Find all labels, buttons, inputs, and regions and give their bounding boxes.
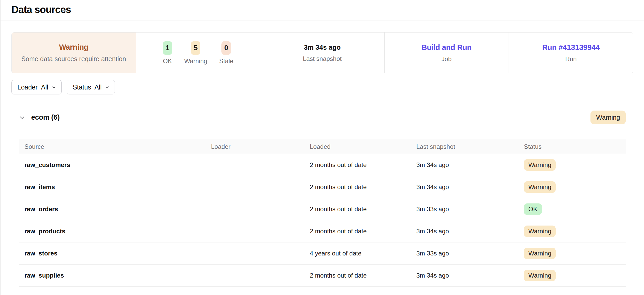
run-card: Run #413139944 Run	[509, 33, 633, 73]
chevron-down-icon	[52, 85, 56, 89]
status-filter-button[interactable]: StatusAll	[67, 80, 115, 94]
table-body: raw_customers2 months out of date3m 34s …	[19, 154, 626, 287]
table-row-raw-stores[interactable]: raw_stores4 years out of date3m 33s agoW…	[19, 242, 626, 265]
status-cell: Warning	[524, 270, 626, 281]
column-header-loaded: Loaded	[310, 143, 416, 150]
status-badge: Warning	[524, 181, 556, 193]
source-cell: raw_supplies	[19, 272, 211, 279]
ok-count-label: OK	[163, 57, 172, 65]
source-cell: raw_stores	[19, 250, 211, 257]
chevron-down-icon	[105, 85, 109, 89]
page-title: Data sources	[11, 4, 644, 15]
summary-card-row: Warning Some data sources require attent…	[11, 32, 633, 73]
status-badge: Warning	[524, 226, 556, 237]
last-snapshot-cell: 3m 33s ago	[416, 206, 524, 213]
column-header-source: Source	[19, 143, 211, 150]
last-snapshot-cell: 3m 33s ago	[416, 250, 524, 257]
column-header-last-snapshot: Last snapshot	[416, 143, 524, 150]
group-name: ecom (6)	[31, 113, 60, 121]
stale-count-label: Stale	[219, 57, 233, 65]
last-snapshot-card: 3m 34s ago Last snapshot	[260, 33, 384, 73]
table-row-raw-orders[interactable]: raw_orders2 months out of date3m 33s ago…	[19, 198, 626, 220]
warning-count-badge: 5	[191, 41, 200, 55]
job-label: Job	[442, 55, 452, 63]
last-snapshot-label: Last snapshot	[303, 55, 341, 62]
status-cell: Warning	[524, 248, 626, 259]
status-cell: Warning	[524, 226, 626, 237]
column-header-loader: Loader	[211, 143, 310, 150]
ok-count-badge: 1	[163, 41, 172, 55]
chevron-down-icon[interactable]	[19, 115, 25, 120]
group-status-badge: Warning	[590, 111, 626, 124]
filters-row: LoaderAllStatusAll	[11, 80, 633, 94]
status-badge: Warning	[524, 270, 556, 281]
table-row-raw-items[interactable]: raw_items2 months out of date3m 34s agoW…	[19, 176, 626, 198]
loaded-cell: 2 months out of date	[310, 183, 416, 191]
warning-count-label: Warning	[184, 57, 207, 65]
group-header-ecom[interactable]: ecom (6) Warning	[19, 111, 626, 124]
counts-row: 1OK5Warning0Stale	[163, 41, 233, 65]
table-row-raw-supplies[interactable]: raw_supplies2 months out of date3m 34s a…	[19, 265, 626, 287]
counts-card: 1OK5Warning0Stale	[136, 33, 260, 73]
status-cell: OK	[524, 203, 626, 215]
status-filter-label: Status	[73, 84, 91, 91]
run-label: Run	[565, 55, 577, 63]
table-row-raw-customers[interactable]: raw_customers2 months out of date3m 34s …	[19, 154, 626, 176]
table-row-raw-products[interactable]: raw_products2 months out of date3m 34s a…	[19, 220, 626, 242]
loaded-cell: 4 years out of date	[310, 250, 416, 257]
last-snapshot-value: 3m 34s ago	[304, 43, 341, 52]
loaded-cell: 2 months out of date	[310, 161, 416, 169]
warning-count-stat: 5Warning	[184, 41, 207, 65]
job-link[interactable]: Build and Run	[422, 43, 472, 52]
loaded-cell: 2 months out of date	[310, 206, 416, 213]
content: Warning Some data sources require attent…	[1, 32, 644, 287]
last-snapshot-cell: 3m 34s ago	[416, 272, 524, 279]
overall-status-card: Warning Some data sources require attent…	[12, 33, 136, 73]
loader-filter-button[interactable]: LoaderAll	[11, 80, 62, 94]
loaded-cell: 2 months out of date	[310, 272, 416, 279]
table-header-row: SourceLoaderLoadedLast snapshotStatus	[19, 139, 626, 154]
loader-filter-label: Loader	[17, 84, 38, 91]
status-badge: Warning	[524, 248, 556, 259]
page-header: Data sources	[1, 0, 644, 21]
status-cell: Warning	[524, 159, 626, 171]
source-cell: raw_orders	[19, 206, 211, 213]
ok-count-stat: 1OK	[163, 41, 172, 65]
last-snapshot-cell: 3m 34s ago	[416, 183, 524, 191]
status-badge: OK	[524, 203, 542, 215]
stale-count-stat: 0Stale	[219, 41, 233, 65]
overall-status-title: Warning	[59, 43, 88, 52]
data-sources-table: SourceLoaderLoadedLast snapshotStatus ra…	[19, 139, 626, 287]
loaded-cell: 2 months out of date	[310, 228, 416, 235]
stale-count-badge: 0	[221, 41, 231, 55]
last-snapshot-cell: 3m 34s ago	[416, 161, 524, 169]
status-badge: Warning	[524, 159, 556, 171]
source-cell: raw_products	[19, 228, 211, 235]
divider	[11, 102, 633, 102]
status-cell: Warning	[524, 181, 626, 193]
column-header-status: Status	[524, 143, 626, 150]
status-filter-value: All	[95, 84, 102, 91]
source-cell: raw_customers	[19, 161, 211, 169]
job-card: Build and Run Job	[385, 33, 509, 73]
group-header-left: ecom (6)	[19, 113, 60, 121]
loader-filter-value: All	[41, 84, 48, 91]
run-link[interactable]: Run #413139944	[542, 43, 600, 52]
overall-status-subtitle: Some data sources require attention	[21, 55, 126, 63]
source-cell: raw_items	[19, 183, 211, 191]
last-snapshot-cell: 3m 34s ago	[416, 228, 524, 235]
